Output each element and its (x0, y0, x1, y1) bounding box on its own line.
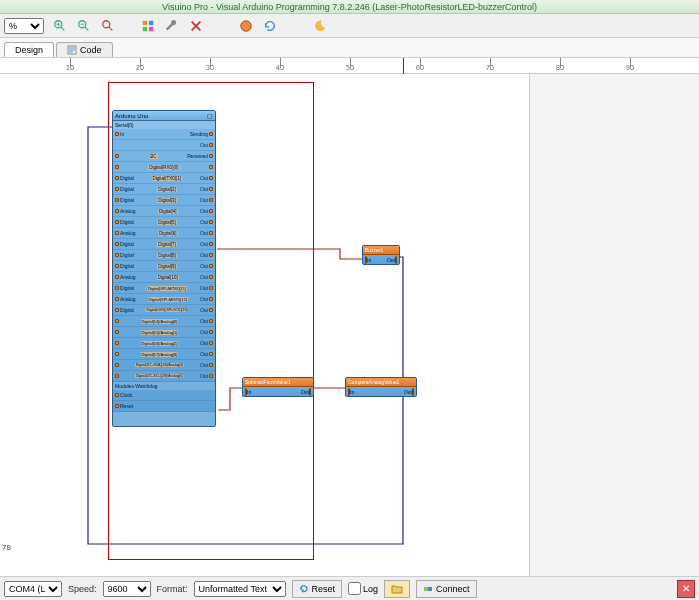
pin-d4[interactable]: AnalogDigital[4]Out (113, 206, 215, 217)
port-select[interactable]: COM4 (L (4, 581, 62, 597)
buzzer-block[interactable]: Buzzer1 InOut (362, 245, 400, 265)
code-icon (67, 45, 77, 55)
svg-rect-10 (149, 20, 153, 24)
pin-a3[interactable]: Digital[17]/Analog[3]Out (113, 349, 215, 360)
pin-d10[interactable]: AnalogDigital[10]Out (113, 272, 215, 283)
pin-d11[interactable]: DigitalDigital(SPI-MOSI)[11]Out (113, 283, 215, 294)
toolbar: % (0, 14, 699, 38)
connect-icon (423, 584, 433, 594)
format-label: Format: (157, 584, 188, 594)
x-icon: ✕ (682, 583, 690, 594)
close-button[interactable]: ✕ (677, 580, 695, 598)
pin-a1[interactable]: Digital[15]/Analog[1]Out (113, 327, 215, 338)
speed-select[interactable]: 9600 (103, 581, 151, 597)
refresh-icon[interactable] (262, 18, 278, 34)
pin-d2[interactable]: DigitalDigital[2]Out (113, 184, 215, 195)
pin-tx0[interactable]: DigitalDigital(TX0)[1]Out (113, 173, 215, 184)
tab-bar: Design Code (0, 38, 699, 58)
pin-rx0[interactable]: Digital(RX0)[0] (113, 162, 215, 173)
subtract-header: SubtractFromValue1 (243, 378, 313, 387)
svg-point-15 (241, 20, 252, 31)
svg-rect-12 (149, 26, 153, 30)
palette-icon[interactable] (140, 18, 156, 34)
status-coord: 78 (2, 543, 11, 552)
svg-line-5 (85, 26, 89, 30)
pin-a4[interactable]: Digital(I2C-SDA)[18]/Analog[4]Out (113, 360, 215, 371)
compare-block[interactable]: CompareAnalogValue1 InOut (345, 377, 417, 397)
moon-icon[interactable] (312, 18, 328, 34)
title-bar: Visuino Pro - Visual Arduino Programming… (0, 0, 699, 14)
serial-section: Serial[0] (113, 121, 215, 129)
bottom-bar: COM4 (L Speed: 9600 Format: Unformatted … (0, 576, 699, 600)
zoom-out-icon[interactable] (76, 18, 92, 34)
svg-rect-9 (143, 20, 147, 24)
arduino-block[interactable]: Arduino Uno ▢ Serial[0] InSending Out I2… (112, 110, 216, 427)
svg-rect-11 (143, 26, 147, 30)
pin-d6[interactable]: AnalogDigital[6]Out (113, 228, 215, 239)
watchdog-section: Modules Watchdog (113, 382, 215, 390)
subtract-block[interactable]: SubtractFromValue1 InOut (242, 377, 314, 397)
pin-d9[interactable]: DigitalDigital[9]Out (113, 261, 215, 272)
globe-icon[interactable] (238, 18, 254, 34)
zoom-in-icon[interactable] (52, 18, 68, 34)
pin-d12[interactable]: AnalogDigital(SPI-MISO)[12]Out (113, 294, 215, 305)
tab-code[interactable]: Code (56, 42, 113, 57)
compare-header: CompareAnalogValue1 (346, 378, 416, 387)
reset-button[interactable]: Reset (292, 580, 343, 598)
pin-a0[interactable]: Digital[14]/Analog[0]Out (113, 316, 215, 327)
zoom-select[interactable]: % (4, 18, 44, 34)
arduino-header: Arduino Uno ▢ (113, 111, 215, 121)
zoom-fit-icon[interactable] (100, 18, 116, 34)
tab-design[interactable]: Design (4, 42, 54, 57)
buzzer-header: Buzzer1 (363, 246, 399, 255)
pin-serial-out[interactable]: Out (113, 140, 215, 151)
svg-line-1 (61, 26, 65, 30)
pin-d8[interactable]: DigitalDigital[8]Out (113, 250, 215, 261)
pin-d7[interactable]: DigitalDigital[7]Out (113, 239, 215, 250)
pin-d5[interactable]: DigitalDigital[5]Out (113, 217, 215, 228)
folder-icon (391, 584, 403, 594)
ruler-horizontal: 10 20 30 40 50 60 70 80 90 (0, 58, 699, 74)
delete-icon[interactable] (188, 18, 204, 34)
svg-rect-20 (424, 587, 428, 591)
svg-rect-21 (428, 587, 432, 591)
svg-line-8 (109, 26, 113, 30)
format-select[interactable]: Unformatted Text (194, 581, 286, 597)
log-checkbox[interactable]: Log (348, 582, 378, 595)
right-panel (529, 74, 699, 576)
pin-reset[interactable]: Reset (113, 401, 215, 412)
speed-label: Speed: (68, 584, 97, 594)
pin-d3[interactable]: DigitalDigital[3]Out (113, 195, 215, 206)
reset-icon (299, 584, 309, 594)
pin-serial-in[interactable]: InSending (113, 129, 215, 140)
close-icon[interactable]: ▢ (207, 112, 213, 119)
log-folder-button[interactable] (384, 580, 410, 598)
pin-a5[interactable]: Digital(I2C-SCL)[19]/Analog[5]Out (113, 371, 215, 382)
pin-a2[interactable]: Digital[16]/Analog[2]Out (113, 338, 215, 349)
svg-point-7 (103, 20, 110, 27)
pin-d13[interactable]: DigitalDigital(LED)(SPI-SCK)[13]Out (113, 305, 215, 316)
wrench-icon[interactable] (164, 18, 180, 34)
pin-clock[interactable]: Clock (113, 390, 215, 401)
connect-button[interactable]: Connect (416, 580, 477, 598)
pin-i2c[interactable]: I2CReceived (113, 151, 215, 162)
